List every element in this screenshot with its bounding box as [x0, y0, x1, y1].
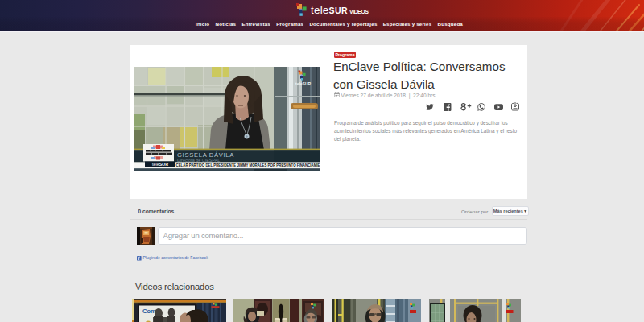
svg-text:teleSUR: teleSUR — [152, 162, 168, 167]
svg-text:teleSUR: teleSUR — [295, 81, 312, 86]
svg-text:CELAR PARTIDO DEL PRESIDENTE J: CELAR PARTIDO DEL PRESIDENTE JIMMY MORAL… — [176, 163, 320, 167]
